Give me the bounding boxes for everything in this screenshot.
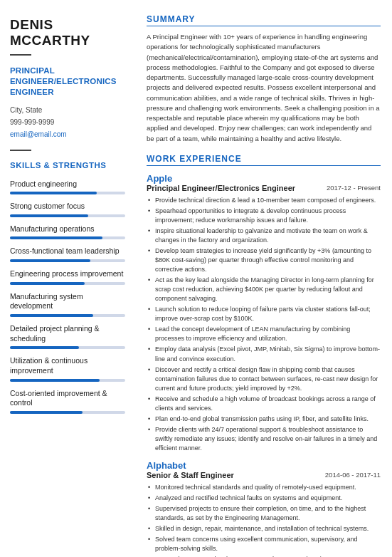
job-bullet: Supervised projects to ensure their comp… [147,504,381,523]
job-title-text: Principal Engineer/Electronics Engineer [147,184,321,192]
job-bullet: Monitored technical standards and qualit… [147,483,381,492]
job-header: Principal Engineer/Electronics Engineer2… [147,184,381,196]
skill-item: Product engineering [10,179,125,195]
summary-text: A Principal Engineer with 10+ years of e… [147,32,381,144]
jobs-list: ApplePrincipal Engineer/Electronics Engi… [147,173,381,557]
skill-label: Product engineering [10,179,125,189]
skill-item: Strong customer focus [10,202,125,217]
skill-bar-fill [10,346,79,349]
phone: 999-999-9999 [10,117,125,127]
skills-heading: SKILLS & STRENGTHS [10,161,125,170]
skill-label: Detailed project planning & scheduling [10,324,125,343]
job-bullet: Develop team strategies to increase yiel… [147,246,381,274]
job-bullet: Plan end-to-end global transmission path… [147,415,381,424]
skill-item: Manufacturing operations [10,224,125,240]
job-dates: 2017-12 - Present [327,184,381,192]
job-bullet: Inspire situational leadership to galvan… [147,227,381,245]
job-entry: ApplePrincipal Engineer/Electronics Engi… [147,173,381,453]
skill-bar-background [10,411,125,414]
work-heading: WORK EXPERIENCE [147,154,381,166]
skill-bar-fill [10,192,97,194]
skill-bar-background [10,346,125,349]
job-bullet: Skilled in design, repair, maintenance, … [147,524,381,533]
divider-1 [10,54,31,56]
skill-bar-fill [10,214,88,217]
job-bullet: Solved team concerns using excellent com… [147,535,381,553]
skill-label: Strong customer focus [10,202,125,212]
skill-label: Manufacturing operations [10,224,125,234]
skill-label: Manufacturing system development [10,292,125,311]
skill-bar-background [10,214,125,217]
city-state: City, State [10,105,125,115]
sidebar: DENIS MCCARTHY PRINCIPAL ENGINEER/ELECTR… [0,0,135,557]
email: email@email.com [10,129,125,140]
job-dates: 2014-06 - 2017-11 [325,471,381,479]
job-bullet: Employ data analysis (Excel pivot, JMP, … [147,345,381,363]
skill-bar-fill [10,282,85,285]
job-entry: AlphabetSenior & Staff Engineer2014-06 -… [147,460,381,557]
skill-item: Cost-oriented improvement & control [10,389,125,414]
job-bullet: Receive and schedule a high volume of br… [147,395,381,413]
job-bullets-list: Monitored technical standards and qualit… [147,483,381,557]
job-title: PRINCIPAL ENGINEER/ELECTRONICS ENGINEER [10,66,125,98]
candidate-name: DENIS MCCARTHY [10,17,125,48]
job-bullet: Spearhead opportunities to integrate & d… [147,207,381,225]
skill-label: Cost-oriented improvement & control [10,389,125,408]
skill-bar-background [10,192,125,194]
job-bullet: Launch solution to reduce looping of fai… [147,305,381,323]
skill-bar-background [10,236,125,239]
skill-item: Detailed project planning & scheduling [10,324,125,349]
skill-bar-fill [10,236,102,239]
skill-label: Engineering process improvement [10,269,125,279]
skill-item: Utilization & continuous improvement [10,356,125,381]
skill-label: Cross-functional team leadership [10,246,125,256]
divider-2 [10,150,31,151]
skill-item: Manufacturing system development [10,292,125,317]
job-bullet: Provide clients with 24/7 operational su… [147,425,381,453]
job-bullet: Analyzed and rectified technical faults … [147,494,381,503]
job-header: Senior & Staff Engineer2014-06 - 2017-11 [147,471,381,483]
skill-bar-background [10,314,125,317]
job-title-text: Senior & Staff Engineer [147,471,319,479]
skill-bar-fill [10,314,93,317]
skills-list: Product engineeringStrong customer focus… [10,179,125,414]
skill-bar-fill [10,411,83,414]
job-bullet: Discover and rectify a critical design f… [147,365,381,393]
skill-item: Engineering process improvement [10,269,125,285]
summary-heading: SUMMARY [147,14,381,26]
job-bullet: Provide technical direction & lead a 10-… [147,196,381,205]
skill-bar-background [10,259,125,262]
company-name: Alphabet [147,460,381,471]
skill-bar-fill [10,379,100,382]
skill-label: Utilization & continuous improvement [10,356,125,375]
job-bullet: Act as the key lead alongside the Managi… [147,276,381,303]
skill-bar-background [10,379,125,382]
company-name: Apple [147,173,381,184]
skill-item: Cross-functional team leadership [10,246,125,262]
main-content: SUMMARY A Principal Engineer with 10+ ye… [135,0,392,557]
skill-bar-fill [10,259,90,262]
job-bullets-list: Provide technical direction & lead a 10-… [147,196,381,453]
skill-bar-background [10,282,125,285]
job-bullet: Lead the concept development of LEAN man… [147,325,381,343]
